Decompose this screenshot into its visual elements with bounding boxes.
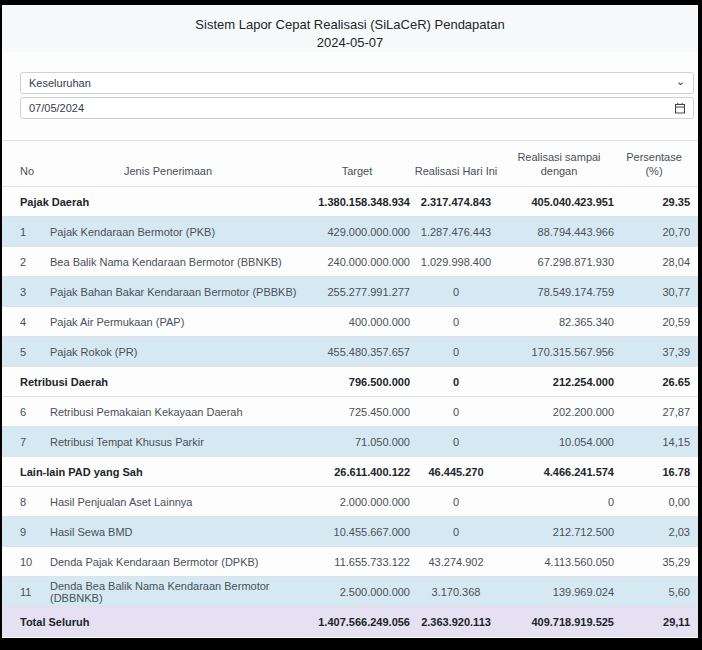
row-target: 240.000.000.000 — [304, 247, 412, 277]
row-no: 6 — [2, 397, 32, 427]
row-sampai: 139.969.024 — [500, 577, 618, 607]
row-target: 400.000.000 — [304, 307, 412, 337]
row-persen: 27,87 — [618, 397, 698, 427]
table-row: 7Retribusi Tempat Khusus Parkir71.050.00… — [2, 427, 698, 457]
row-target: 725.450.000 — [304, 397, 412, 427]
table-row: 11Denda Bea Balik Nama Kendaraan Bermoto… — [2, 577, 698, 607]
col-header-persen: Persentase (%) — [618, 141, 698, 187]
row-target: 796.500.000 — [304, 367, 412, 397]
row-sampai: 0 — [500, 487, 618, 517]
row-label: Denda Pajak Kendaraan Bermotor (DPKB) — [32, 547, 304, 577]
row-sampai: 202.200.000 — [500, 397, 618, 427]
row-hari-ini: 0 — [412, 427, 500, 457]
row-label: Hasil Sewa BMD — [32, 517, 304, 547]
row-target: 10.455.667.000 — [304, 517, 412, 547]
report-window: Sistem Lapor Cepat Realisasi (SiLaCeR) P… — [2, 5, 698, 638]
table-row: 1Pajak Kendaraan Bermotor (PKB)429.000.0… — [2, 217, 698, 247]
row-persen: 20,59 — [618, 307, 698, 337]
row-target: 255.277.991.277 — [304, 277, 412, 307]
row-target: 429.000.000.000 — [304, 217, 412, 247]
table-row: 4Pajak Air Permukaan (PAP)400.000.000082… — [2, 307, 698, 337]
row-persen: 29,11 — [618, 607, 698, 637]
row-hari-ini: 1.287.476.443 — [412, 217, 500, 247]
row-sampai: 78.549.174.759 — [500, 277, 618, 307]
row-target: 71.050.000 — [304, 427, 412, 457]
row-hari-ini: 0 — [412, 487, 500, 517]
calendar-icon[interactable] — [675, 103, 685, 114]
row-sampai: 10.054.000 — [500, 427, 618, 457]
row-hari-ini: 0 — [412, 517, 500, 547]
row-hari-ini: 0 — [412, 337, 500, 367]
row-label: Hasil Penjualan Aset Lainnya — [32, 487, 304, 517]
table-row: 5Pajak Rokok (PR)455.480.357.6570170.315… — [2, 337, 698, 367]
row-label: Lain-lain PAD yang Sah — [2, 457, 304, 487]
row-label: Total Seluruh — [2, 607, 304, 637]
table-row: 6Retribusi Pemakaian Kekayaan Daerah725.… — [2, 397, 698, 427]
col-header-jenis: Jenis Penerimaan — [32, 141, 304, 187]
row-label: Retribusi Pemakaian Kekayaan Daerah — [32, 397, 304, 427]
table-row: 3Pajak Bahan Bakar Kendaraan Bermotor (P… — [2, 277, 698, 307]
report-date: 2024-05-07 — [2, 34, 698, 52]
table-header: No Jenis Penerimaan Target Realisasi Har… — [2, 141, 698, 187]
date-input[interactable]: 07/05/2024 — [20, 97, 694, 119]
row-persen: 28,04 — [618, 247, 698, 277]
row-label: Pajak Rokok (PR) — [32, 337, 304, 367]
row-hari-ini: 2.363.920.113 — [412, 607, 500, 637]
row-hari-ini: 0 — [412, 307, 500, 337]
row-hari-ini: 1.029.998.400 — [412, 247, 500, 277]
row-persen: 5,60 — [618, 577, 698, 607]
row-no: 7 — [2, 427, 32, 457]
row-persen: 37,39 — [618, 337, 698, 367]
row-hari-ini: 0 — [412, 397, 500, 427]
table-row: 9Hasil Sewa BMD10.455.667.0000212.712.50… — [2, 517, 698, 547]
row-sampai: 212.712.500 — [500, 517, 618, 547]
row-persen: 29.35 — [618, 187, 698, 217]
row-label: Bea Balik Nama Kendaraan Bermotor (BBNKB… — [32, 247, 304, 277]
row-sampai: 409.718.919.525 — [500, 607, 618, 637]
row-persen: 35,29 — [618, 547, 698, 577]
total-row: Total Seluruh1.407.566.249.0562.363.920.… — [2, 607, 698, 637]
row-persen: 20,70 — [618, 217, 698, 247]
row-no: 5 — [2, 337, 32, 367]
row-target: 455.480.357.657 — [304, 337, 412, 367]
col-header-sampai: Realisasi sampai dengan — [500, 141, 618, 187]
row-label: Pajak Bahan Bakar Kendaraan Bermotor (PB… — [32, 277, 304, 307]
col-header-hari-ini: Realisasi Hari Ini — [412, 141, 500, 187]
row-persen: 30,77 — [618, 277, 698, 307]
date-input-value: 07/05/2024 — [29, 102, 675, 114]
row-label: Retribusi Tempat Khusus Parkir — [32, 427, 304, 457]
revenue-table: No Jenis Penerimaan Target Realisasi Har… — [2, 140, 698, 637]
row-hari-ini: 43.274.902 — [412, 547, 500, 577]
row-sampai: 4.466.241.574 — [500, 457, 618, 487]
row-label: Pajak Daerah — [2, 187, 304, 217]
row-sampai: 4.113.560.050 — [500, 547, 618, 577]
filter-controls: Keseluruhan ⌄ 07/05/2024 — [2, 72, 698, 119]
scope-select[interactable]: Keseluruhan ⌄ — [20, 72, 694, 94]
row-no: 2 — [2, 247, 32, 277]
category-row: Retribusi Daerah796.500.0000212.254.0002… — [2, 367, 698, 397]
row-no: 3 — [2, 277, 32, 307]
row-persen: 2,03 — [618, 517, 698, 547]
table-body: Pajak Daerah1.380.158.348.9342.317.474.8… — [2, 187, 698, 637]
row-target: 1.380.158.348.934 — [304, 187, 412, 217]
row-no: 9 — [2, 517, 32, 547]
row-hari-ini: 0 — [412, 277, 500, 307]
row-target: 26.611.400.122 — [304, 457, 412, 487]
row-target: 2.000.000.000 — [304, 487, 412, 517]
row-persen: 0,00 — [618, 487, 698, 517]
scope-select-value: Keseluruhan — [29, 77, 676, 89]
row-sampai: 82.365.340 — [500, 307, 618, 337]
row-sampai: 212.254.000 — [500, 367, 618, 397]
category-row: Pajak Daerah1.380.158.348.9342.317.474.8… — [2, 187, 698, 217]
row-target: 2.500.000.000 — [304, 577, 412, 607]
row-sampai: 405.040.423.951 — [500, 187, 618, 217]
row-target: 1.407.566.249.056 — [304, 607, 412, 637]
row-target: 11.655.733.122 — [304, 547, 412, 577]
row-hari-ini: 2.317.474.843 — [412, 187, 500, 217]
row-persen: 14,15 — [618, 427, 698, 457]
row-hari-ini: 3.170.368 — [412, 577, 500, 607]
row-no: 4 — [2, 307, 32, 337]
row-label: Pajak Air Permukaan (PAP) — [32, 307, 304, 337]
page-title: Sistem Lapor Cepat Realisasi (SiLaCeR) P… — [2, 16, 698, 34]
row-hari-ini: 46.445.270 — [412, 457, 500, 487]
